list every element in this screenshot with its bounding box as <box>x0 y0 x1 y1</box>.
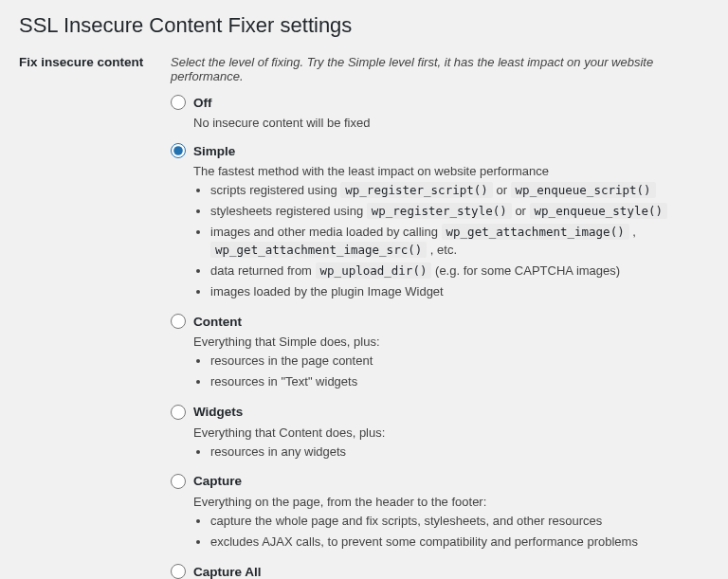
radio-content-label: Content <box>193 315 242 329</box>
simple-desc: The fastest method with the least impact… <box>193 164 709 178</box>
capture-desc: Everything on the page, from the header … <box>193 495 709 509</box>
radio-content[interactable] <box>171 314 186 329</box>
list-item: images and other media loaded by calling… <box>210 224 709 258</box>
radio-capture-label: Capture <box>193 474 242 488</box>
list-item: images loaded by the plugin Image Widget <box>210 283 709 300</box>
option-simple: Simple The fastest method with the least… <box>171 143 709 300</box>
list-item: stylesheets registered using wp_register… <box>210 203 709 220</box>
settings-page: SSL Insecure Content Fixer settings Fix … <box>0 0 728 579</box>
simple-bullets: scripts registered using wp_register_scr… <box>193 182 709 300</box>
list-item: scripts registered using wp_register_scr… <box>210 182 709 199</box>
page-title: SSL Insecure Content Fixer settings <box>19 13 709 38</box>
radio-off-label: Off <box>193 96 212 110</box>
option-content: Content Everything that Simple does, plu… <box>171 314 709 390</box>
option-capture: Capture Everything on the page, from the… <box>171 474 709 551</box>
capture-bullets: capture the whole page and fix scripts, … <box>193 513 709 551</box>
list-item: resources in the page content <box>210 353 709 370</box>
widgets-bullets: resources in any widgets <box>193 443 709 461</box>
list-item: data returned from wp_upload_dir() (e.g.… <box>210 262 709 280</box>
radio-widgets-label: Widgets <box>193 405 243 419</box>
code-snippet: wp_enqueue_script() <box>511 182 656 198</box>
widgets-desc: Everything that Content does, plus: <box>193 425 709 440</box>
radio-capture-all[interactable] <box>171 564 186 579</box>
option-off: Off No insecure content will be fixed <box>171 95 709 130</box>
content-desc: Everything that Simple does, plus: <box>193 335 709 349</box>
option-capture-all: Capture All The biggest potential to bre… <box>171 564 709 579</box>
content-bullets: resources in the page content resources … <box>193 353 709 390</box>
section-label: Fix insecure content <box>19 55 171 579</box>
radio-capture[interactable] <box>171 474 186 489</box>
list-item: excludes AJAX calls, to prevent some com… <box>210 534 709 551</box>
code-snippet: wp_get_attachment_image_src() <box>210 242 427 258</box>
list-item: capture the whole page and fix scripts, … <box>210 513 709 530</box>
code-snippet: wp_enqueue_style() <box>530 203 667 219</box>
radio-simple[interactable] <box>171 143 186 158</box>
code-snippet: wp_get_attachment_image() <box>442 224 629 240</box>
radio-capture-all-label: Capture All <box>193 565 262 579</box>
code-snippet: wp_register_script() <box>340 182 493 198</box>
radio-widgets[interactable] <box>171 405 186 420</box>
settings-form-table: Fix insecure content Select the level of… <box>19 55 709 579</box>
code-snippet: wp_register_style() <box>367 203 512 219</box>
radio-simple-label: Simple <box>193 144 235 158</box>
list-item: resources in any widgets <box>210 443 709 461</box>
off-desc: No insecure content will be fixed <box>193 116 709 130</box>
option-widgets: Widgets Everything that Content does, pl… <box>171 405 709 461</box>
list-item: resources in "Text" widgets <box>210 373 709 390</box>
code-snippet: wp_upload_dir() <box>316 262 432 279</box>
section-intro: Select the level of fixing. Try the Simp… <box>171 55 709 83</box>
radio-off[interactable] <box>171 95 186 110</box>
